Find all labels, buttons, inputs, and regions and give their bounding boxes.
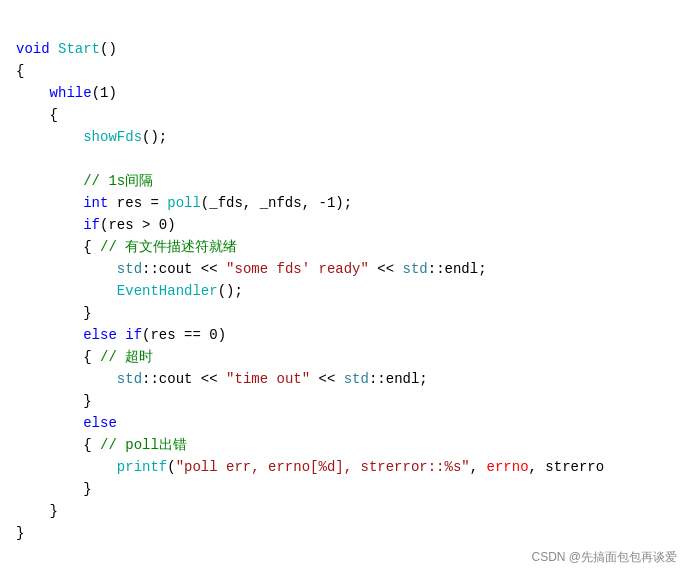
code-token: ::	[428, 261, 445, 277]
code-token	[16, 195, 83, 211]
code-token	[16, 393, 83, 409]
code-token: }	[83, 393, 91, 409]
code-token: endl	[386, 371, 420, 387]
code-token: ();	[218, 283, 243, 299]
code-token: (	[167, 459, 175, 475]
code-token: "time out"	[226, 371, 310, 387]
code-line: }	[16, 302, 677, 324]
code-token	[16, 459, 117, 475]
code-token: (_fds, _nfds, -1);	[201, 195, 352, 211]
code-token: EventHandler	[117, 283, 218, 299]
code-token: ::	[142, 371, 159, 387]
code-line: while(1)	[16, 82, 677, 104]
code-line: std::cout << "some fds' ready" << std::e…	[16, 258, 677, 280]
code-token: ::	[369, 371, 386, 387]
code-line: if(res > 0)	[16, 214, 677, 236]
code-token: res =	[108, 195, 167, 211]
code-token	[16, 371, 117, 387]
code-token: ::	[142, 261, 159, 277]
code-line: { // poll出错	[16, 434, 677, 456]
code-token: cout	[159, 261, 193, 277]
code-token	[16, 283, 117, 299]
code-token	[16, 129, 83, 145]
code-line: EventHandler();	[16, 280, 677, 302]
code-line: }	[16, 522, 677, 544]
code-token: {	[50, 107, 58, 123]
code-line: {	[16, 104, 677, 126]
code-token: (res > 0)	[100, 217, 176, 233]
code-token: }	[83, 481, 91, 497]
code-token: // 1s间隔	[83, 173, 153, 189]
code-token	[50, 41, 58, 57]
code-token: cout	[159, 371, 193, 387]
code-token	[16, 261, 117, 277]
code-token	[16, 503, 50, 519]
code-token: }	[50, 503, 58, 519]
code-token: // 超时	[100, 349, 153, 365]
code-token: std	[344, 371, 369, 387]
code-token: std	[403, 261, 428, 277]
code-token: showFds	[83, 129, 142, 145]
code-line: else	[16, 412, 677, 434]
code-token: // poll出错	[100, 437, 187, 453]
code-token	[16, 305, 83, 321]
code-token: }	[16, 525, 24, 541]
code-token: "some fds' ready"	[226, 261, 369, 277]
code-line: // 1s间隔	[16, 170, 677, 192]
code-token: (res == 0)	[142, 327, 226, 343]
code-token	[16, 173, 83, 189]
code-token	[16, 349, 83, 365]
code-token: endl	[445, 261, 479, 277]
code-line: { // 超时	[16, 346, 677, 368]
code-token	[16, 217, 83, 233]
code-token: printf	[117, 459, 167, 475]
code-token: if	[83, 217, 100, 233]
code-token: <<	[192, 371, 226, 387]
code-token: errno	[487, 459, 529, 475]
code-line: }	[16, 500, 677, 522]
code-token: // 有文件描述符就绪	[100, 239, 237, 255]
code-token	[16, 415, 83, 431]
code-token: Start	[58, 41, 100, 57]
code-token: ();	[142, 129, 167, 145]
code-token: else	[83, 415, 117, 431]
watermark: CSDN @先搞面包包再谈爱	[531, 549, 677, 566]
code-line	[16, 148, 677, 170]
code-block: void Start(){ while(1) { showFds(); // 1…	[0, 0, 693, 560]
code-token	[16, 239, 83, 255]
code-line: printf("poll err, errno[%d], strerror::%…	[16, 456, 677, 478]
code-token: <<	[369, 261, 403, 277]
code-token	[16, 327, 83, 343]
code-token: poll	[167, 195, 201, 211]
code-token: {	[83, 239, 100, 255]
code-line: int res = poll(_fds, _nfds, -1);	[16, 192, 677, 214]
code-token: <<	[192, 261, 226, 277]
code-token: else	[83, 327, 117, 343]
code-token: {	[83, 349, 100, 365]
code-token: <<	[310, 371, 344, 387]
code-line: showFds();	[16, 126, 677, 148]
code-line: std::cout << "time out" << std::endl;	[16, 368, 677, 390]
code-token: while	[50, 85, 92, 101]
code-token: {	[16, 63, 24, 79]
code-token: {	[83, 437, 100, 453]
code-token: std	[117, 371, 142, 387]
code-token: ()	[100, 41, 117, 57]
code-token: "poll err, errno[%d], strerror::%s"	[176, 459, 470, 475]
code-token: if	[125, 327, 142, 343]
code-token	[16, 107, 50, 123]
code-line: else if(res == 0)	[16, 324, 677, 346]
code-token: std	[117, 261, 142, 277]
code-line: }	[16, 390, 677, 412]
code-token: }	[83, 305, 91, 321]
code-token	[16, 437, 83, 453]
code-line: { // 有文件描述符就绪	[16, 236, 677, 258]
code-token: ;	[478, 261, 486, 277]
code-token: void	[16, 41, 50, 57]
code-token: (1)	[92, 85, 117, 101]
code-token: ,	[470, 459, 487, 475]
code-token: ;	[419, 371, 427, 387]
code-token: , strerro	[529, 459, 605, 475]
code-token	[117, 327, 125, 343]
code-token	[16, 85, 50, 101]
